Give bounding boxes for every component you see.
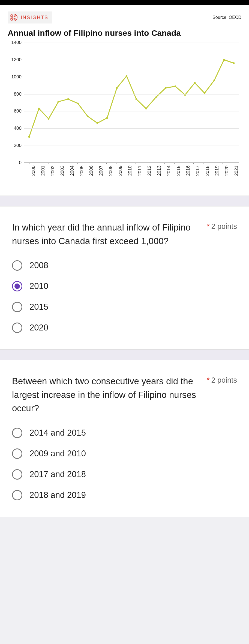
x-axis-label: 2017 (195, 166, 200, 176)
question-points: *2 points (207, 221, 237, 231)
radio-icon[interactable] (12, 323, 22, 333)
x-tick (106, 163, 107, 164)
x-axis-label: 2009 (118, 166, 123, 176)
required-star-icon: * (207, 222, 210, 231)
x-tick (68, 163, 68, 164)
y-axis-label: 600 (14, 108, 24, 114)
svg-point-2 (12, 16, 15, 19)
source-text: Source: OECD (212, 15, 241, 20)
grid-line (24, 60, 239, 60)
x-tick (97, 163, 97, 164)
top-black-bar (0, 0, 249, 5)
brand-chip: INSIGHTS (8, 11, 52, 23)
data-point (204, 92, 205, 94)
radio-option[interactable]: 2015 (12, 302, 237, 312)
radio-icon[interactable] (12, 281, 22, 291)
radio-option[interactable]: 2018 and 2019 (12, 490, 237, 500)
grid-line (24, 128, 239, 129)
chart-plot: 0200400600800100012001400200020012002200… (24, 43, 239, 163)
radio-icon[interactable] (12, 302, 22, 312)
x-axis-label: 2011 (137, 166, 143, 176)
chart-card: INSIGHTS Source: OECD Annual inflow of F… (0, 5, 249, 196)
x-tick (49, 163, 49, 164)
brand-logo-icon (9, 13, 18, 22)
x-tick (203, 163, 203, 164)
question-text: Between which two consecutive years did … (12, 374, 201, 415)
data-point (175, 85, 176, 87)
grid-line (24, 146, 239, 146)
question-points: *2 points (207, 374, 237, 385)
question-header: Between which two consecutive years did … (12, 374, 237, 415)
chart-line (24, 43, 239, 163)
options-list: 2008201020152020 (12, 260, 237, 333)
radio-option[interactable]: 2008 (12, 260, 237, 271)
x-tick (126, 163, 126, 164)
data-point (87, 115, 88, 117)
radio-icon[interactable] (12, 469, 22, 480)
radio-option[interactable]: 2009 and 2010 (12, 448, 237, 459)
data-point (233, 62, 235, 64)
radio-option[interactable]: 2010 (12, 281, 237, 291)
radio-icon[interactable] (12, 448, 22, 459)
data-point (155, 96, 157, 98)
x-tick (174, 163, 175, 164)
option-label: 2010 (29, 281, 48, 291)
radio-icon[interactable] (12, 260, 22, 271)
option-label: 2014 and 2015 (29, 428, 86, 438)
series-line (29, 60, 234, 137)
x-axis-label: 2007 (98, 166, 104, 176)
points-label: 2 points (211, 376, 237, 384)
data-point (145, 108, 147, 109)
x-tick (116, 163, 116, 164)
data-point (58, 101, 59, 102)
y-axis-label: 1000 (11, 74, 24, 80)
data-point (67, 98, 69, 100)
section-divider (0, 196, 249, 206)
option-label: 2018 and 2019 (29, 490, 86, 500)
grid-line (24, 77, 239, 77)
x-axis-label: 2012 (147, 166, 152, 176)
question-header: In which year did the annual inflow of F… (12, 221, 237, 248)
y-axis-label: 1200 (11, 57, 24, 63)
radio-icon[interactable] (12, 490, 22, 500)
radio-icon[interactable] (12, 428, 22, 438)
points-label: 2 points (211, 222, 237, 231)
chart-area: 0200400600800100012001400200020012002200… (24, 43, 239, 179)
y-axis-label: 400 (14, 126, 24, 131)
data-point (213, 79, 215, 81)
x-axis-label: 2015 (176, 166, 181, 176)
option-label: 2009 and 2010 (29, 449, 86, 459)
x-tick (223, 163, 223, 164)
data-point (97, 122, 98, 124)
x-axis-label: 2010 (127, 166, 133, 176)
radio-option[interactable]: 2020 (12, 323, 237, 333)
x-axis-label: 2000 (31, 166, 36, 176)
data-point (77, 102, 79, 104)
option-label: 2008 (29, 261, 48, 270)
grid-line (24, 94, 239, 94)
grid-line (24, 111, 239, 111)
option-label: 2020 (29, 323, 48, 333)
x-tick (136, 163, 136, 164)
data-point (106, 117, 108, 119)
data-point (38, 108, 40, 109)
x-tick (39, 163, 39, 164)
y-axis-label: 800 (14, 91, 24, 97)
question-card-2: Between which two consecutive years did … (0, 360, 249, 517)
radio-option[interactable]: 2017 and 2018 (12, 469, 237, 480)
question-text: In which year did the annual inflow of F… (12, 221, 201, 248)
x-axis-label: 2002 (50, 166, 56, 176)
x-tick (232, 163, 232, 164)
y-axis-label: 0 (19, 160, 24, 166)
chart-title: Annual inflow of Filipino nurses into Ca… (8, 28, 241, 38)
data-point (126, 75, 127, 77)
x-tick (145, 163, 145, 164)
x-axis-label: 2019 (214, 166, 220, 176)
x-axis-label: 2020 (224, 166, 230, 176)
x-tick (213, 163, 213, 164)
data-point (194, 82, 196, 84)
option-label: 2017 and 2018 (29, 469, 86, 479)
radio-option[interactable]: 2014 and 2015 (12, 428, 237, 438)
data-point (136, 98, 137, 100)
option-label: 2015 (29, 302, 48, 312)
